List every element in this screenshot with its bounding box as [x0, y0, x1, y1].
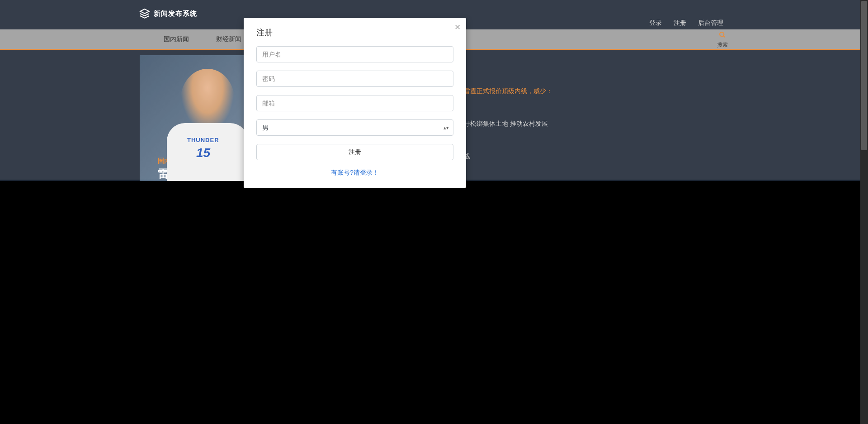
jersey-team: THUNDER [187, 137, 219, 143]
goto-login-link[interactable]: 有账号?请登录！ [331, 169, 379, 176]
email-input[interactable] [256, 95, 453, 111]
username-input[interactable] [256, 46, 453, 62]
gender-select[interactable]: 男 [256, 119, 453, 136]
submit-button[interactable]: 注册 [256, 144, 453, 160]
password-input[interactable] [256, 71, 453, 87]
jersey-number: 15 [196, 146, 210, 160]
scrollbar-thumb[interactable] [861, 1, 867, 150]
close-icon[interactable]: ✕ [454, 24, 461, 31]
register-modal: ✕ 注册 男 ▴▾ 注册 有账号?请登录！ [244, 18, 466, 188]
scrollbar-vertical[interactable] [860, 0, 868, 424]
modal-title: 注册 [256, 27, 453, 38]
